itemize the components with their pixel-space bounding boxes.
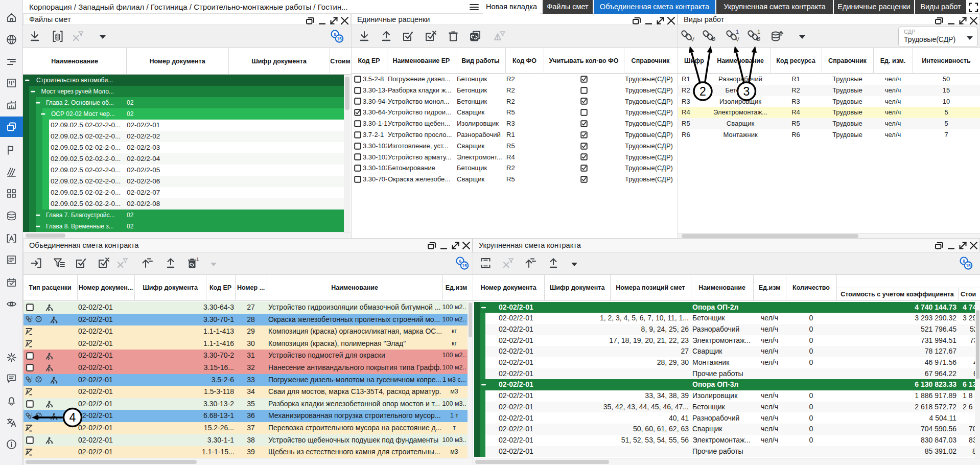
svg-text:8: 8 <box>963 259 965 264</box>
svg-text:1: 1 <box>736 29 739 35</box>
svg-text:15: 15 <box>337 36 342 41</box>
svg-text:1: 1 <box>757 29 760 35</box>
svg-text:1: 1 <box>31 376 33 380</box>
svg-text:1: 1 <box>31 412 33 416</box>
svg-text:1: 1 <box>31 316 33 319</box>
svg-text:15: 15 <box>462 263 467 268</box>
svg-text:15: 15 <box>966 263 971 268</box>
svg-text:6: 6 <box>459 259 461 264</box>
svg-text:V: V <box>37 378 40 382</box>
svg-text:V: V <box>691 36 695 42</box>
svg-text:V: V <box>37 413 40 418</box>
svg-text:1: 1 <box>196 257 199 262</box>
svg-text:8: 8 <box>334 32 336 37</box>
svg-text:V: V <box>37 317 40 322</box>
svg-text:V: V <box>736 36 740 42</box>
